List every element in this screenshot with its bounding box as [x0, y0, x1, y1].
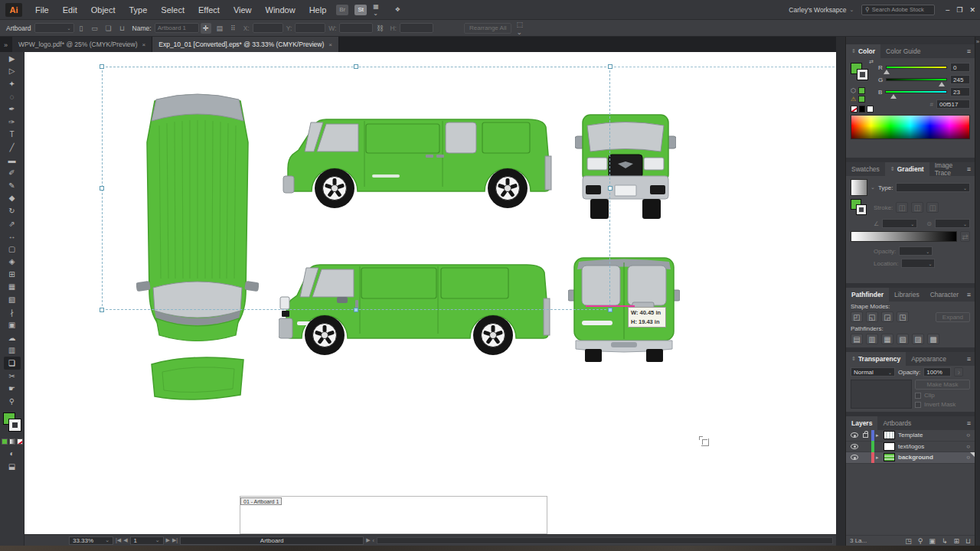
- panel-menu-icon[interactable]: ≡: [967, 419, 971, 427]
- blend-mode-dropdown[interactable]: Normal⌄: [851, 367, 895, 377]
- magic-wand-tool[interactable]: ✦: [4, 77, 21, 90]
- gradient-mode-icon[interactable]: [9, 439, 15, 445]
- layer-row-background[interactable]: ▸ background ○: [846, 452, 975, 464]
- locate-object-icon[interactable]: ⚲: [918, 537, 923, 545]
- app-logo[interactable]: Ai: [5, 3, 22, 17]
- scale-tool[interactable]: ⇗: [4, 217, 21, 230]
- mesh-tool[interactable]: ▦: [4, 281, 21, 294]
- visibility-icon[interactable]: [851, 444, 858, 449]
- artboard-preset-dropdown[interactable]: ⌄: [34, 23, 74, 33]
- unite-icon[interactable]: ◰: [851, 311, 863, 322]
- w-field[interactable]: [339, 23, 373, 33]
- x-field[interactable]: [253, 23, 283, 33]
- gradient-type-dropdown[interactable]: ⌄: [896, 183, 970, 192]
- free-transform-tool[interactable]: ▢: [4, 243, 21, 256]
- close-button[interactable]: ✕: [969, 6, 975, 14]
- none-swatch[interactable]: [851, 106, 858, 112]
- landscape-preset-icon[interactable]: ▭: [90, 23, 100, 34]
- reverse-gradient-icon[interactable]: ⇄: [960, 231, 970, 242]
- tab-libraries[interactable]: Libraries: [889, 288, 925, 302]
- new-layer-icon[interactable]: ⊞: [953, 537, 959, 545]
- maximize-button[interactable]: ❐: [956, 6, 962, 14]
- rotate-tool[interactable]: ↻: [4, 204, 21, 217]
- horizontal-scrollbar[interactable]: [377, 537, 833, 544]
- hand-tool[interactable]: ☛: [4, 382, 21, 395]
- stroke-along-icon[interactable]: ◫: [911, 202, 923, 213]
- layer-row-template[interactable]: ▸ Template ○: [846, 430, 975, 442]
- invert-mask-checkbox[interactable]: [915, 402, 921, 408]
- expand-layer-icon[interactable]: ▸: [876, 455, 882, 461]
- b-value[interactable]: 23: [950, 87, 970, 96]
- zoom-level-dropdown[interactable]: 33.33%⌄: [69, 536, 113, 545]
- screen-mode-icon[interactable]: ⬓: [4, 460, 21, 473]
- pen-tool[interactable]: ✒: [4, 103, 21, 116]
- width-tool[interactable]: ↔: [4, 230, 21, 243]
- collapse-tools-icon[interactable]: »: [0, 40, 12, 52]
- menu-window[interactable]: Window: [259, 0, 302, 20]
- next-artboard-icon[interactable]: ▶: [166, 537, 170, 543]
- selection-handle-n[interactable]: [354, 64, 358, 69]
- menu-select[interactable]: Select: [154, 0, 191, 20]
- menu-help[interactable]: Help: [302, 0, 334, 20]
- arrange-documents-icon[interactable]: ▦ ⌄: [373, 5, 385, 15]
- black-swatch[interactable]: [859, 106, 866, 112]
- selection-tool[interactable]: ▶: [4, 52, 21, 65]
- expand-button[interactable]: Expand: [936, 312, 970, 322]
- fill-stroke-control[interactable]: [2, 412, 22, 435]
- b-slider[interactable]: [885, 90, 947, 93]
- drawing-modes-icon[interactable]: ◐: [4, 448, 21, 461]
- make-mask-button[interactable]: Make Mask: [915, 380, 970, 390]
- menu-view[interactable]: View: [227, 0, 259, 20]
- visibility-icon[interactable]: [851, 432, 858, 438]
- panel-menu-icon[interactable]: ≡: [967, 165, 971, 173]
- direct-selection-tool[interactable]: ▷: [4, 65, 21, 78]
- layer-name[interactable]: background: [898, 454, 933, 461]
- y-field[interactable]: [295, 23, 325, 33]
- artboard-number-dropdown[interactable]: 1⌄: [130, 536, 164, 545]
- collect-for-export-icon[interactable]: ◳: [905, 537, 912, 545]
- blend-tool[interactable]: ▣: [4, 318, 21, 331]
- curvature-tool[interactable]: ✑: [4, 116, 21, 129]
- symbol-sprayer-tool[interactable]: ☁: [4, 331, 21, 344]
- selection-handle-ne[interactable]: [608, 64, 612, 69]
- selection-handle-se[interactable]: [608, 308, 612, 312]
- shape-builder-tool[interactable]: ◈: [4, 256, 21, 269]
- portrait-preset-icon[interactable]: ▯: [76, 23, 87, 34]
- white-swatch[interactable]: [867, 106, 874, 112]
- artboard-bounds-icon[interactable]: ⬚ ⌄: [516, 23, 527, 34]
- gradient-thumbnail[interactable]: [851, 179, 867, 196]
- tab-artboards[interactable]: Artboards: [877, 416, 916, 430]
- expand-layer-icon[interactable]: ▸: [876, 432, 882, 439]
- minimize-button[interactable]: –: [946, 6, 949, 14]
- perspective-grid-tool[interactable]: ⊞: [4, 268, 21, 281]
- first-artboard-icon[interactable]: |◀: [116, 537, 121, 543]
- artboard-tool[interactable]: ❏: [4, 357, 21, 370]
- selection-handle-e[interactable]: [608, 186, 612, 191]
- eraser-tool[interactable]: ◆: [4, 192, 21, 205]
- stroke-proxy[interactable]: [858, 70, 867, 80]
- g-value[interactable]: 245: [950, 75, 970, 84]
- tab-gradient[interactable]: ⇕Gradient: [885, 162, 929, 176]
- collapse-panels-icon[interactable]: »: [975, 38, 980, 45]
- stop-location-dropdown[interactable]: ⌄: [901, 259, 935, 268]
- share-icon[interactable]: ❖: [391, 5, 403, 15]
- color-mode-icon[interactable]: [2, 439, 8, 445]
- r-slider[interactable]: [886, 66, 947, 69]
- target-icon[interactable]: ○: [966, 443, 970, 450]
- merge-icon[interactable]: ▦: [881, 334, 893, 344]
- slice-tool[interactable]: ✂: [4, 370, 21, 383]
- r-value[interactable]: 0: [950, 63, 970, 72]
- new-sublayer-icon[interactable]: ↳: [942, 537, 948, 545]
- selection-handle-s[interactable]: [354, 308, 358, 312]
- rectangle-tool[interactable]: ▬: [4, 154, 21, 167]
- status-display[interactable]: Artboard: [180, 536, 364, 545]
- artboard-options-icon[interactable]: ▤: [214, 23, 225, 34]
- close-tab-icon[interactable]: ×: [142, 41, 146, 48]
- target-icon[interactable]: ○: [966, 432, 970, 439]
- canvas[interactable]: W: 40.45 in H: 19.43 in 01 - Artboard 1: [24, 52, 836, 534]
- menu-edit[interactable]: Edit: [56, 0, 84, 20]
- tab-color[interactable]: ⇕Color: [846, 44, 880, 58]
- delete-selection-icon[interactable]: ⊔: [965, 537, 971, 545]
- lasso-tool[interactable]: ◌: [4, 90, 21, 103]
- dock-divider[interactable]: [836, 37, 846, 546]
